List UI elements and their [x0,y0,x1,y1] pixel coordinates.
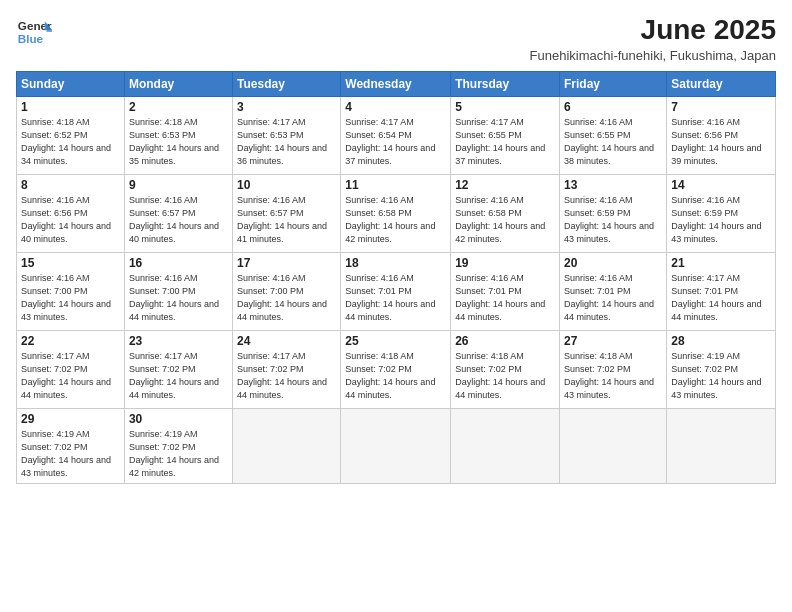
list-item: 13 Sunrise: 4:16 AMSunset: 6:59 PMDaylig… [560,175,667,253]
main-title: June 2025 [530,14,776,46]
list-item: 1 Sunrise: 4:18 AMSunset: 6:52 PMDayligh… [17,97,125,175]
list-item: 30 Sunrise: 4:19 AMSunset: 7:02 PMDaylig… [124,409,232,484]
list-item: 25 Sunrise: 4:18 AMSunset: 7:02 PMDaylig… [341,331,451,409]
col-sunday: Sunday [17,72,125,97]
list-item: 4 Sunrise: 4:17 AMSunset: 6:54 PMDayligh… [341,97,451,175]
subtitle: Funehikimachi-funehiki, Fukushima, Japan [530,48,776,63]
table-row: 22 Sunrise: 4:17 AMSunset: 7:02 PMDaylig… [17,331,776,409]
table-row: 1 Sunrise: 4:18 AMSunset: 6:52 PMDayligh… [17,97,776,175]
table-row: 8 Sunrise: 4:16 AMSunset: 6:56 PMDayligh… [17,175,776,253]
list-item: 6 Sunrise: 4:16 AMSunset: 6:55 PMDayligh… [560,97,667,175]
col-friday: Friday [560,72,667,97]
list-item: 18 Sunrise: 4:16 AMSunset: 7:01 PMDaylig… [341,253,451,331]
list-item: 29 Sunrise: 4:19 AMSunset: 7:02 PMDaylig… [17,409,125,484]
list-item: 3 Sunrise: 4:17 AMSunset: 6:53 PMDayligh… [233,97,341,175]
col-wednesday: Wednesday [341,72,451,97]
logo-icon: General Blue [16,14,52,50]
list-item: 26 Sunrise: 4:18 AMSunset: 7:02 PMDaylig… [451,331,560,409]
logo: General Blue [16,14,52,50]
list-item: 12 Sunrise: 4:16 AMSunset: 6:58 PMDaylig… [451,175,560,253]
list-item: 2 Sunrise: 4:18 AMSunset: 6:53 PMDayligh… [124,97,232,175]
page: General Blue June 2025 Funehikimachi-fun… [0,0,792,612]
list-item: 19 Sunrise: 4:16 AMSunset: 7:01 PMDaylig… [451,253,560,331]
list-item: 8 Sunrise: 4:16 AMSunset: 6:56 PMDayligh… [17,175,125,253]
col-monday: Monday [124,72,232,97]
empty-cell [341,409,451,484]
list-item: 7 Sunrise: 4:16 AMSunset: 6:56 PMDayligh… [667,97,776,175]
calendar: Sunday Monday Tuesday Wednesday Thursday… [16,71,776,484]
empty-cell [560,409,667,484]
col-saturday: Saturday [667,72,776,97]
list-item: 16 Sunrise: 4:16 AMSunset: 7:00 PMDaylig… [124,253,232,331]
empty-cell [233,409,341,484]
list-item: 10 Sunrise: 4:16 AMSunset: 6:57 PMDaylig… [233,175,341,253]
list-item: 17 Sunrise: 4:16 AMSunset: 7:00 PMDaylig… [233,253,341,331]
table-row: 15 Sunrise: 4:16 AMSunset: 7:00 PMDaylig… [17,253,776,331]
list-item: 9 Sunrise: 4:16 AMSunset: 6:57 PMDayligh… [124,175,232,253]
empty-cell [667,409,776,484]
list-item: 22 Sunrise: 4:17 AMSunset: 7:02 PMDaylig… [17,331,125,409]
svg-text:Blue: Blue [18,32,44,45]
list-item: 14 Sunrise: 4:16 AMSunset: 6:59 PMDaylig… [667,175,776,253]
list-item: 23 Sunrise: 4:17 AMSunset: 7:02 PMDaylig… [124,331,232,409]
list-item: 11 Sunrise: 4:16 AMSunset: 6:58 PMDaylig… [341,175,451,253]
list-item: 21 Sunrise: 4:17 AMSunset: 7:01 PMDaylig… [667,253,776,331]
list-item: 15 Sunrise: 4:16 AMSunset: 7:00 PMDaylig… [17,253,125,331]
col-thursday: Thursday [451,72,560,97]
list-item: 27 Sunrise: 4:18 AMSunset: 7:02 PMDaylig… [560,331,667,409]
col-tuesday: Tuesday [233,72,341,97]
table-row: 29 Sunrise: 4:19 AMSunset: 7:02 PMDaylig… [17,409,776,484]
list-item: 20 Sunrise: 4:16 AMSunset: 7:01 PMDaylig… [560,253,667,331]
list-item: 5 Sunrise: 4:17 AMSunset: 6:55 PMDayligh… [451,97,560,175]
empty-cell [451,409,560,484]
calendar-header-row: Sunday Monday Tuesday Wednesday Thursday… [17,72,776,97]
title-block: June 2025 Funehikimachi-funehiki, Fukush… [530,14,776,63]
list-item: 24 Sunrise: 4:17 AMSunset: 7:02 PMDaylig… [233,331,341,409]
header: General Blue June 2025 Funehikimachi-fun… [16,14,776,63]
list-item: 28 Sunrise: 4:19 AMSunset: 7:02 PMDaylig… [667,331,776,409]
